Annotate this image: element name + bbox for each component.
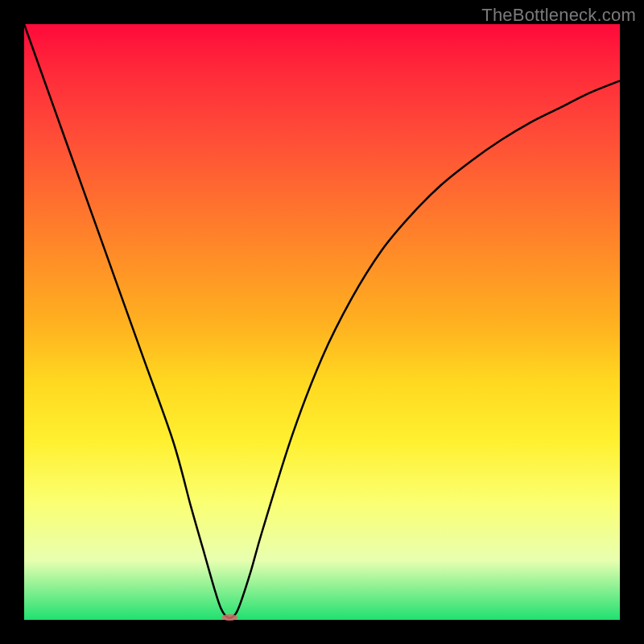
chart-frame: TheBottleneck.com	[0, 0, 644, 644]
curve-line	[24, 24, 620, 618]
bottleneck-curve	[24, 24, 620, 620]
watermark-text: TheBottleneck.com	[481, 5, 636, 26]
minimum-marker	[221, 614, 237, 621]
